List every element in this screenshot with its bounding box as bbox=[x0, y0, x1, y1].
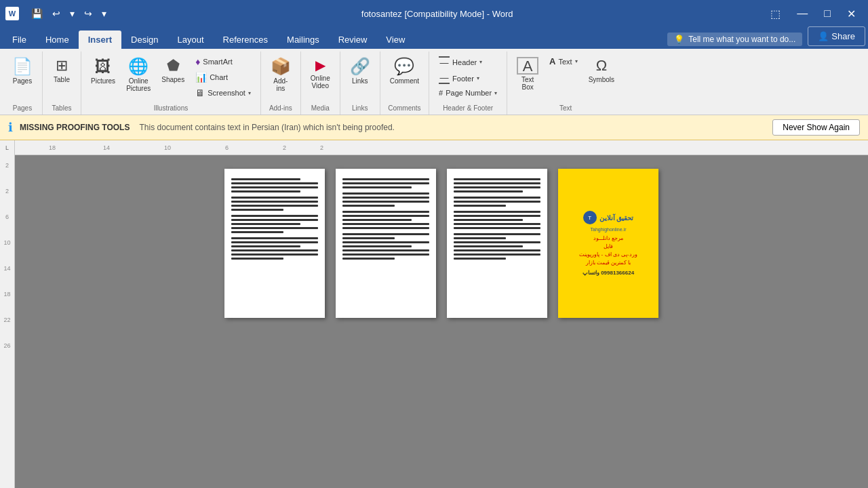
screenshot-button[interactable]: 🖥 Screenshot ▾ bbox=[191, 85, 255, 100]
symbols-icon: Ω bbox=[596, 57, 607, 75]
ruler-mark-6: 6 bbox=[225, 144, 229, 151]
comment-button[interactable]: 💬 Comment bbox=[386, 54, 423, 87]
headerfooter-group-content: — Header ▾ — Footer ▾ # Page Number ▾ bbox=[435, 52, 501, 103]
notification-title: MISSING PROOFING TOOLS bbox=[20, 123, 130, 132]
links-button[interactable]: 🔗 Links bbox=[346, 54, 374, 87]
header-label: Header bbox=[452, 58, 477, 66]
tab-references[interactable]: References bbox=[214, 30, 277, 49]
text-line bbox=[454, 223, 540, 225]
page-number-button[interactable]: # Page Number ▾ bbox=[435, 87, 501, 99]
text-line bbox=[231, 205, 318, 207]
pages-label: Pages bbox=[13, 77, 32, 85]
share-button[interactable]: 👤 Share bbox=[808, 26, 865, 46]
text-line bbox=[231, 215, 318, 217]
addins-button[interactable]: 📦 Add-ins bbox=[267, 54, 295, 95]
text-line bbox=[342, 219, 412, 221]
maximize-button[interactable]: □ bbox=[817, 5, 837, 22]
text-button[interactable]: A Text ▾ bbox=[545, 54, 582, 68]
customize-button[interactable]: ▾ bbox=[98, 5, 111, 22]
tables-group-content: ⊞ Table bbox=[48, 52, 75, 103]
page-1-content bbox=[224, 169, 325, 271]
screenshot-label: Screenshot bbox=[208, 89, 245, 97]
text-line bbox=[454, 211, 540, 213]
online-video-button[interactable]: ▶ OnlineVideo bbox=[307, 54, 334, 92]
text-line bbox=[231, 227, 318, 229]
text-line bbox=[342, 186, 412, 188]
textbox-icon: A bbox=[517, 57, 538, 75]
ruler-v-18: 18 bbox=[3, 291, 10, 298]
table-button[interactable]: ⊞ Table bbox=[48, 54, 75, 86]
tell-me-search[interactable]: 💡 Tell me what you want to do... bbox=[667, 33, 802, 46]
ribbon-group-text: A TextBox A Text ▾ Ω Symbols Text bbox=[507, 52, 624, 115]
chart-button[interactable]: 📊 Chart bbox=[191, 70, 255, 85]
pages-button[interactable]: 📄 Pages bbox=[8, 54, 37, 87]
shapes-icon: ⬟ bbox=[167, 57, 180, 75]
tab-review[interactable]: Review bbox=[329, 30, 377, 49]
window-controls: ⬚ — □ ✕ bbox=[764, 5, 863, 23]
text-line bbox=[231, 258, 283, 260]
text-line bbox=[231, 241, 318, 243]
text-line bbox=[454, 241, 540, 243]
media-group-content: ▶ OnlineVideo bbox=[307, 52, 334, 103]
textbox-button[interactable]: A TextBox bbox=[513, 54, 542, 94]
ribbon: 📄 Pages Pages ⊞ Table Tables 🖼 Pictures … bbox=[0, 49, 868, 115]
text-line bbox=[342, 233, 429, 235]
tab-layout[interactable]: Layout bbox=[168, 30, 214, 49]
undo-arrow[interactable]: ▾ bbox=[66, 5, 79, 22]
redo-button[interactable]: ↪ bbox=[80, 5, 96, 22]
shapes-button[interactable]: ⬟ Shapes bbox=[157, 54, 189, 86]
screenshot-icon: 🖥 bbox=[195, 87, 205, 98]
online-pictures-button[interactable]: 🌐 OnlinePictures bbox=[122, 54, 155, 95]
ruler-v-26: 26 bbox=[3, 342, 10, 349]
addins-group-label: Add-ins bbox=[267, 103, 295, 115]
text-line bbox=[231, 237, 318, 239]
smartart-button[interactable]: ♦ SmartArt bbox=[191, 54, 255, 69]
illustrations-group-content: 🖼 Pictures 🌐 OnlinePictures ⬟ Shapes ♦ S… bbox=[87, 52, 255, 103]
text-label: Text bbox=[558, 58, 572, 66]
ribbon-group-addins: 📦 Add-ins Add-ins bbox=[261, 52, 301, 115]
symbols-button[interactable]: Ω Symbols bbox=[585, 54, 618, 86]
ruler-horizontal: 18 14 10 6 2 2 bbox=[15, 140, 868, 155]
tab-design[interactable]: Design bbox=[121, 30, 167, 49]
pictures-button[interactable]: 🖼 Pictures bbox=[87, 54, 119, 87]
online-pictures-label: OnlinePictures bbox=[126, 77, 151, 92]
text-dropdown-arrow: ▾ bbox=[575, 58, 578, 64]
text-line bbox=[454, 205, 506, 207]
textbox-label: TextBox bbox=[521, 76, 534, 91]
page-4: T تحقیق آنلاین Tahghighonline.ir مرجع دا… bbox=[558, 169, 658, 318]
minimize-button[interactable]: — bbox=[790, 5, 814, 22]
tab-mailings[interactable]: Mailings bbox=[277, 30, 329, 49]
document-area: T تحقیق آنلاین Tahghighonline.ir مرجع دا… bbox=[15, 155, 868, 488]
text-line bbox=[454, 215, 540, 217]
ruler-mark-2b: 2 bbox=[320, 144, 323, 151]
header-button[interactable]: — Header ▾ bbox=[435, 54, 501, 70]
display-options-button[interactable]: ⬚ bbox=[764, 5, 787, 23]
notification-bar: ℹ MISSING PROOFING TOOLS This document c… bbox=[0, 115, 868, 140]
tab-file[interactable]: File bbox=[3, 30, 36, 49]
footer-button[interactable]: — Footer ▾ bbox=[435, 70, 501, 86]
never-show-again-button[interactable]: Never Show Again bbox=[772, 119, 860, 136]
tell-me-icon: 💡 bbox=[674, 35, 684, 44]
close-button[interactable]: ✕ bbox=[840, 5, 863, 23]
text-line bbox=[342, 223, 429, 225]
text-line bbox=[454, 237, 506, 239]
ad-body-text: مرجع دانلـــودفایلورد-پی دی اف - پاورپوی… bbox=[579, 235, 637, 267]
tab-insert[interactable]: Insert bbox=[79, 30, 121, 49]
text-line bbox=[231, 190, 300, 192]
ruler-corner[interactable]: L bbox=[0, 140, 15, 155]
text-line bbox=[454, 182, 540, 184]
title-bar-title: fotosantez [Compatibility Mode] - Word bbox=[361, 9, 513, 19]
text-line bbox=[454, 245, 523, 247]
pages-group-label: Pages bbox=[8, 103, 37, 115]
addins-group-content: 📦 Add-ins bbox=[267, 52, 295, 103]
text-line bbox=[231, 253, 318, 256]
addins-label: Add-ins bbox=[273, 77, 288, 92]
save-button[interactable]: 💾 bbox=[27, 5, 47, 22]
ruler-v-2a: 2 bbox=[5, 162, 9, 169]
tab-view[interactable]: View bbox=[376, 30, 414, 49]
text-line bbox=[342, 237, 395, 239]
tab-home[interactable]: Home bbox=[36, 30, 79, 49]
undo-button[interactable]: ↩ bbox=[48, 5, 64, 22]
word-app-icon: W bbox=[5, 7, 19, 20]
ruler-mark-18: 18 bbox=[49, 144, 56, 151]
